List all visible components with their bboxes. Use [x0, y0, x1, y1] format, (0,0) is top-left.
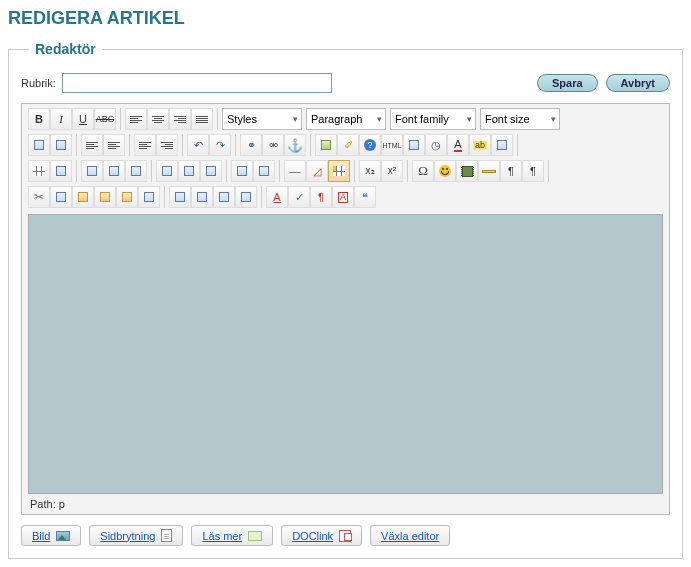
- find-button[interactable]: [28, 134, 50, 156]
- remove-format-button[interactable]: ◿: [306, 160, 328, 182]
- replace-button[interactable]: [50, 134, 72, 156]
- anchor-button[interactable]: ⚓: [284, 134, 306, 156]
- paste-button[interactable]: [72, 186, 94, 208]
- layer-icon: [175, 192, 185, 202]
- subscript-button[interactable]: x₂: [359, 160, 381, 182]
- spellcheck-button[interactable]: ✓: [288, 186, 310, 208]
- omega-icon: Ω: [418, 163, 428, 179]
- bottom-toolbar: Bild Sidbrytning Läs mer DOClink Växla e…: [21, 525, 670, 546]
- forecolor-button[interactable]: A: [447, 134, 469, 156]
- abbr-icon: A: [338, 192, 348, 203]
- save-button[interactable]: Spara: [537, 74, 598, 92]
- visualchars-button[interactable]: ¶: [310, 186, 332, 208]
- code-button[interactable]: [403, 134, 425, 156]
- font-family-select[interactable]: Font family: [390, 108, 476, 130]
- readmore-button[interactable]: Läs mer: [191, 525, 273, 546]
- unordered-list-button[interactable]: [81, 134, 103, 156]
- delete-row-button[interactable]: [125, 160, 147, 182]
- rtl-button[interactable]: ¶: [522, 160, 544, 182]
- style-props-button[interactable]: A: [266, 186, 288, 208]
- layer-back-button[interactable]: [213, 186, 235, 208]
- align-center-button[interactable]: [147, 108, 169, 130]
- doclink-button[interactable]: DOClink: [281, 525, 362, 546]
- strike-button[interactable]: ABC: [94, 108, 116, 130]
- code-icon: [409, 140, 419, 150]
- cleanup-button[interactable]: ✐: [337, 134, 359, 156]
- delete-col-button[interactable]: [200, 160, 222, 182]
- align-left-button[interactable]: [125, 108, 147, 130]
- editor-content-area[interactable]: [28, 214, 663, 494]
- paste-word-icon: [122, 192, 132, 202]
- cut-button[interactable]: ✂: [28, 186, 50, 208]
- table-button[interactable]: [28, 160, 50, 182]
- italic-icon: I: [59, 114, 63, 125]
- split-cell-button[interactable]: [231, 160, 253, 182]
- path-value[interactable]: p: [59, 498, 65, 510]
- doclink-label: DOClink: [292, 530, 333, 542]
- align-left-icon: [130, 116, 142, 123]
- hr-button[interactable]: —: [284, 160, 306, 182]
- abbr-button[interactable]: A: [332, 186, 354, 208]
- film-icon: [462, 166, 473, 177]
- html-button[interactable]: HTML: [381, 134, 403, 156]
- paste-word-button[interactable]: [116, 186, 138, 208]
- paste-text-button[interactable]: [94, 186, 116, 208]
- row-before-button[interactable]: [81, 160, 103, 182]
- fullscreen-button[interactable]: [491, 134, 513, 156]
- readmore-icon: [248, 531, 262, 541]
- blockquote-button[interactable]: ❝: [354, 186, 376, 208]
- link-button[interactable]: ⚭: [240, 134, 262, 156]
- copy-button[interactable]: [50, 186, 72, 208]
- emoticon-button[interactable]: [434, 160, 456, 182]
- image-button[interactable]: [315, 134, 337, 156]
- underline-button[interactable]: U: [72, 108, 94, 130]
- media-button[interactable]: [456, 160, 478, 182]
- pagebreak-button[interactable]: Sidbrytning: [89, 525, 183, 546]
- col-after-icon: [184, 166, 194, 176]
- style-props-icon: A: [273, 192, 280, 203]
- superscript-button[interactable]: x²: [381, 160, 403, 182]
- delete-row-icon: [131, 166, 141, 176]
- layer-button[interactable]: [169, 186, 191, 208]
- ltr-button[interactable]: ¶: [500, 160, 522, 182]
- col-after-button[interactable]: [178, 160, 200, 182]
- italic-button[interactable]: I: [50, 108, 72, 130]
- toggle-editor-button[interactable]: Växla editor: [370, 525, 450, 546]
- quote-icon: ❝: [362, 192, 368, 203]
- ruler-icon: [482, 170, 496, 173]
- row-after-button[interactable]: [103, 160, 125, 182]
- select-all-button[interactable]: [138, 186, 160, 208]
- unlink-button[interactable]: ⚮: [262, 134, 284, 156]
- advhr-button[interactable]: [478, 160, 500, 182]
- table-props-button[interactable]: [50, 160, 72, 182]
- redo-button[interactable]: ↷: [209, 134, 231, 156]
- visual-aid-button[interactable]: [328, 160, 350, 182]
- styles-select[interactable]: Styles: [222, 108, 302, 130]
- merge-cell-button[interactable]: [253, 160, 275, 182]
- forecolor-icon: A: [454, 139, 461, 152]
- outdent-button[interactable]: [134, 134, 156, 156]
- align-right-button[interactable]: [169, 108, 191, 130]
- layer-forward-button[interactable]: [191, 186, 213, 208]
- cancel-button[interactable]: Avbryt: [606, 74, 670, 92]
- date-button[interactable]: ◷: [425, 134, 447, 156]
- bold-button[interactable]: B: [28, 108, 50, 130]
- visual-aid-icon: [333, 166, 345, 176]
- font-size-select[interactable]: Font size: [480, 108, 560, 130]
- top-buttons: Spara Avbryt: [537, 74, 670, 92]
- help-button[interactable]: ?: [359, 134, 381, 156]
- rubrik-input[interactable]: [62, 73, 332, 93]
- image-insert-button[interactable]: Bild: [21, 525, 81, 546]
- align-justify-button[interactable]: [191, 108, 213, 130]
- row-after-icon: [109, 166, 119, 176]
- layer-back-icon: [219, 192, 229, 202]
- undo-button[interactable]: ↶: [187, 134, 209, 156]
- charmap-button[interactable]: Ω: [412, 160, 434, 182]
- col-before-button[interactable]: [156, 160, 178, 182]
- editor-fieldset: Redaktör Rubrik: Spara Avbryt B I U ABC: [8, 41, 683, 559]
- backcolor-button[interactable]: ab: [469, 134, 491, 156]
- layer-abs-button[interactable]: [235, 186, 257, 208]
- ordered-list-button[interactable]: [103, 134, 125, 156]
- paragraph-select[interactable]: Paragraph: [306, 108, 386, 130]
- indent-button[interactable]: [156, 134, 178, 156]
